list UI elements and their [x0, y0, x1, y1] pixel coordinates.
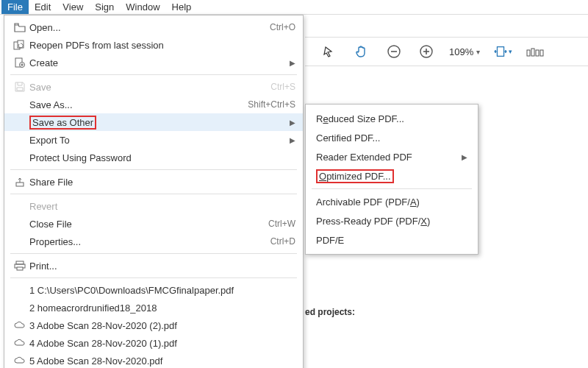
menu-label: Save as Other — [29, 116, 284, 130]
menu-recent-2[interactable]: 2 homeacrordrunified18_2018 — [4, 299, 303, 316]
menu-recent-3[interactable]: 3 Adobe Scan 28-Nov-2020 (2).pdf — [4, 316, 303, 334]
menu-create[interactable]: Create ▶ — [4, 54, 303, 71]
svg-rect-19 — [17, 267, 23, 270]
menubar: File Edit View Sign Window Help — [0, 0, 588, 15]
submenu-reader-extended[interactable]: Reader Extended PDF ▶ — [306, 147, 478, 166]
menu-close-file[interactable]: Close File Ctrl+W — [4, 215, 303, 233]
menu-label: 2 homeacrordrunified18_2018 — [29, 302, 295, 314]
menu-label: Close File — [29, 219, 268, 230]
background-text: ed projects: — [305, 307, 355, 317]
separator — [10, 194, 297, 194]
menu-label: Save — [29, 82, 270, 93]
submenu-optimized[interactable]: Optimized PDF... — [306, 166, 478, 185]
svg-rect-16 — [16, 183, 24, 186]
submenu-archivable[interactable]: Archivable PDF (PDF/A) — [306, 192, 478, 211]
menu-label: Protect Using Password — [29, 152, 295, 163]
chevron-right-icon: ▶ — [290, 136, 295, 144]
menu-label: Open... — [29, 22, 270, 33]
menu-revert: Revert — [4, 197, 303, 215]
menu-label: 1 C:\Users\PC0\Downloads\FMCGfinalpaper.… — [29, 285, 295, 296]
save-as-other-submenu: Reduced Size PDF... Certified PDF... Rea… — [305, 104, 478, 255]
submenu-pdfe[interactable]: PDF/E — [306, 230, 478, 250]
menu-recent-5[interactable]: 5 Adobe Scan 28-Nov-2020.pdf — [4, 352, 303, 368]
arrow-icon[interactable] — [320, 42, 339, 61]
menu-shortcut: Ctrl+D — [270, 236, 295, 247]
menu-label: 4 Adobe Scan 28-Nov-2020 (1).pdf — [29, 338, 295, 349]
chevron-right-icon: ▶ — [462, 153, 467, 161]
zoom-in-icon[interactable] — [417, 42, 436, 61]
menu-shortcut: Ctrl+O — [270, 22, 295, 32]
share-icon — [10, 177, 29, 187]
cloud-icon — [10, 339, 29, 347]
file-menu: Open... Ctrl+O Reopen PDFs from last ses… — [4, 15, 304, 368]
menubar-edit[interactable]: Edit — [29, 0, 57, 14]
submenu-label: PDF/E — [316, 235, 344, 246]
submenu-label: Reduced Size PDF... — [316, 113, 404, 124]
page-display-icon[interactable] — [526, 42, 545, 61]
print-icon — [10, 261, 29, 271]
menu-properties[interactable]: Properties... Ctrl+D — [4, 233, 303, 250]
menu-label: 5 Adobe Scan 28-Nov-2020.pdf — [29, 355, 295, 367]
submenu-label: Archivable PDF (PDF/A) — [316, 197, 420, 208]
menu-label: 3 Adobe Scan 28-Nov-2020 (2).pdf — [29, 320, 295, 331]
menu-recent-4[interactable]: 4 Adobe Scan 28-Nov-2020 (1).pdf — [4, 334, 303, 352]
menu-share-file[interactable]: Share File — [4, 173, 303, 191]
svg-rect-9 — [540, 50, 543, 56]
toolbar: 109% ▾ ▾ — [305, 37, 588, 66]
highlight-box: Optimized PDF... — [316, 169, 394, 183]
highlight-box: Save as Other — [29, 116, 96, 130]
submenu-reduced-size[interactable]: Reduced Size PDF... — [306, 109, 478, 128]
svg-rect-8 — [536, 50, 539, 56]
cloud-icon — [10, 356, 29, 365]
menu-save: Save Ctrl+S — [4, 78, 303, 96]
menubar-sign[interactable]: Sign — [89, 0, 120, 14]
zoom-level[interactable]: 109% ▾ — [449, 46, 480, 57]
menu-save-as[interactable]: Save As... Shift+Ctrl+S — [4, 96, 303, 113]
menubar-window[interactable]: Window — [120, 0, 165, 14]
submenu-label: Reader Extended PDF — [316, 152, 462, 163]
menu-print[interactable]: Print... — [4, 257, 303, 275]
submenu-certified[interactable]: Certified PDF... — [306, 128, 478, 147]
chevron-down-icon: ▾ — [476, 48, 480, 56]
menu-label: Create — [29, 57, 284, 68]
fit-width-icon[interactable]: ▾ — [493, 42, 512, 61]
menu-label: Properties... — [29, 236, 270, 247]
separator — [10, 253, 297, 254]
svg-rect-7 — [531, 49, 534, 56]
separator — [10, 277, 297, 278]
menu-label: Reopen PDFs from last session — [29, 40, 295, 51]
chevron-right-icon: ▶ — [290, 59, 295, 67]
menubar-view[interactable]: View — [57, 0, 89, 14]
zoom-value: 109% — [449, 46, 473, 57]
svg-rect-6 — [527, 50, 530, 56]
menu-save-as-other[interactable]: Save as Other ▶ — [4, 113, 303, 131]
menu-shortcut: Shift+Ctrl+S — [248, 99, 295, 110]
chevron-right-icon: ▶ — [290, 118, 295, 127]
menu-export-to[interactable]: Export To ▶ — [4, 131, 303, 149]
separator — [312, 188, 472, 189]
menubar-help[interactable]: Help — [166, 0, 198, 14]
folder-open-icon — [10, 22, 29, 32]
menu-protect[interactable]: Protect Using Password — [4, 149, 303, 166]
zoom-out-icon[interactable] — [384, 42, 404, 61]
svg-rect-5 — [498, 47, 504, 57]
menu-label: Revert — [29, 201, 295, 212]
separator — [10, 169, 297, 170]
cloud-icon — [10, 321, 29, 330]
menu-open[interactable]: Open... Ctrl+O — [4, 18, 303, 36]
menu-label: Share File — [29, 177, 295, 188]
save-icon — [10, 82, 29, 92]
hand-icon[interactable] — [352, 42, 371, 61]
separator — [10, 74, 297, 75]
submenu-press-ready[interactable]: Press-Ready PDF (PDF/X) — [306, 211, 478, 230]
menu-shortcut: Ctrl+S — [270, 82, 295, 92]
svg-rect-17 — [16, 261, 24, 264]
menu-label: Save As... — [29, 99, 248, 110]
menubar-file[interactable]: File — [1, 0, 29, 14]
submenu-label: Certified PDF... — [316, 132, 380, 144]
menu-recent-1[interactable]: 1 C:\Users\PC0\Downloads\FMCGfinalpaper.… — [4, 281, 303, 299]
menu-shortcut: Ctrl+W — [268, 219, 295, 229]
create-icon — [10, 57, 29, 68]
submenu-label: Press-Ready PDF (PDF/X) — [316, 216, 430, 227]
menu-reopen[interactable]: Reopen PDFs from last session — [4, 36, 303, 54]
